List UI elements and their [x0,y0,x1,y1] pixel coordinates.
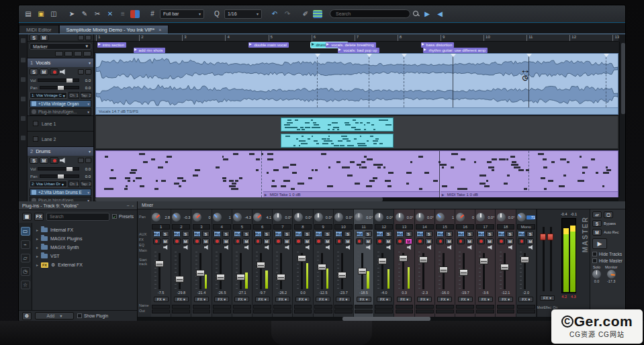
solo-button[interactable]: S [283,231,291,237]
hide-tracks-checkbox[interactable]: Hide Tracks [592,252,623,256]
channel-name-cell[interactable] [172,305,190,309]
freeze-icon[interactable] [85,158,91,163]
quantize-icon[interactable]: Q [212,9,222,19]
channel-number[interactable]: 14 [416,224,434,230]
pan-knob[interactable] [476,213,485,221]
marker-range-icon[interactable] [74,51,82,56]
cut-tool-icon[interactable]: ✂ [92,9,103,19]
channel-number[interactable]: 7 [273,224,291,230]
monitor-speaker-icon[interactable] [285,245,290,250]
timeline-marker[interactable]: rhythm guitar: use different amp [423,48,488,53]
record-button[interactable] [153,238,160,244]
track-mute-button[interactable]: M [40,157,48,164]
volume-fader[interactable] [175,276,184,283]
presets-checkbox[interactable]: ✓Presets [112,214,134,219]
read-automation-button[interactable]: Rd [234,231,241,237]
mute-button[interactable]: M [283,238,291,244]
volume-fader[interactable] [155,260,164,267]
channel-out-cell[interactable] [233,309,251,313]
channel-fx-button[interactable]: FX▾ [377,297,392,302]
channel-out-cell[interactable] [213,309,231,313]
solo-button[interactable]: S [344,231,351,237]
channel-number[interactable]: 18 [497,224,515,230]
pan-knob[interactable] [314,213,323,221]
take-lanes-area[interactable] [95,115,618,149]
mute-button[interactable]: M [202,238,210,244]
mute-button[interactable]: M [405,238,412,244]
track-vol-slider[interactable]: Vol0.0 [28,77,93,84]
solo-button[interactable]: S [263,231,271,237]
read-automation-button[interactable]: Rd [416,231,424,237]
volume-fader[interactable] [419,256,428,263]
master-fader-strip[interactable]: FX▾ MstrEffec: On [537,209,557,317]
channel-name-cell[interactable] [396,305,414,309]
mute-button[interactable]: M [486,238,494,244]
clip-split-line[interactable] [528,151,529,197]
search-icon[interactable] [412,10,420,17]
channel-fx-button[interactable]: FX▾ [417,297,432,302]
mute-button[interactable]: M [242,238,250,244]
solo-knob[interactable] [592,270,601,279]
volume-fader[interactable] [318,264,326,270]
midi-channel-field[interactable]: Ch: 1 [68,92,79,99]
channel-name-cell[interactable] [294,305,312,309]
record-button[interactable] [255,238,262,244]
read-automation-button[interactable]: Rd [275,231,282,237]
channel-out-cell[interactable] [497,309,515,313]
clip-split-line[interactable] [404,54,404,114]
channel-out-cell[interactable] [152,309,170,313]
midi-channel-field[interactable]: Ch: 1 [68,181,79,187]
timeline-marker[interactable]: intro section [97,42,126,48]
window-icon[interactable]: ▢ [604,211,613,218]
pan-knob[interactable] [273,213,282,221]
pan-knob[interactable] [193,213,201,221]
grid-icon[interactable]: # [147,9,158,19]
channel-number[interactable]: 2 [172,224,190,230]
record-button[interactable] [193,238,201,244]
channel-name-cell[interactable] [416,305,434,309]
pan-knob[interactable] [396,213,404,221]
channel-out-cell[interactable] [334,309,353,313]
cursor-tool-icon[interactable]: ➤ [66,9,77,19]
channel-fx-button[interactable]: FX▾ [498,297,513,302]
read-automation-button[interactable]: Rd [153,231,160,237]
channel-number[interactable]: 16 [456,224,474,230]
channel-fx-button[interactable]: FX▾ [478,297,493,302]
solo-button[interactable]: S [385,231,392,237]
crossfade-tool-icon[interactable]: ✕ [105,9,116,19]
mixer-play-button[interactable]: ▶ [592,238,607,249]
pan-knob[interactable] [233,213,242,221]
monitor-speaker-icon[interactable] [183,245,189,250]
channel-out-cell[interactable] [193,309,211,313]
speaker-icon[interactable] [60,69,66,75]
pan-knob[interactable] [355,213,363,221]
volume-fader[interactable] [479,258,488,264]
channel-number[interactable]: 3 [193,224,211,230]
plugin-tree-item[interactable]: ▸Internal FX [34,226,136,234]
folder-icon[interactable]: ▱ [592,211,602,218]
open-project-icon[interactable]: ▣ [36,9,46,19]
record-button[interactable] [396,238,404,244]
channel-name-cell[interactable] [375,305,393,309]
monitor-speaker-icon[interactable] [467,245,473,250]
monitor-category-icon[interactable]: ▭ [21,227,30,236]
plugin-search-input[interactable] [46,213,109,221]
track-vol-slider[interactable]: Vol0.0 [28,165,93,172]
solo-button[interactable]: S [304,231,311,237]
draw-tool-icon[interactable]: ✎ [79,9,90,19]
monitor-speaker-icon[interactable] [386,245,392,250]
tab-midi-editor[interactable]: MIDI Editor [19,25,59,34]
channel-fx-button[interactable]: FX▾ [194,297,209,302]
clip-split-line[interactable] [317,54,318,114]
marker-flag-icon[interactable] [64,51,73,56]
new-project-icon[interactable]: ▤ [23,9,34,19]
mute-button[interactable]: M [385,238,392,244]
mute-button[interactable]: M [222,238,230,244]
track-record-button[interactable] [50,68,58,75]
channel-fx-button[interactable]: FX▾ [255,297,270,302]
meter-icon[interactable] [78,35,84,40]
monitor-speaker-icon[interactable] [488,245,493,250]
pan-knob[interactable] [416,213,424,221]
take-field[interactable]: Tap: 2 [81,181,91,187]
freeze-icon[interactable] [85,69,91,75]
